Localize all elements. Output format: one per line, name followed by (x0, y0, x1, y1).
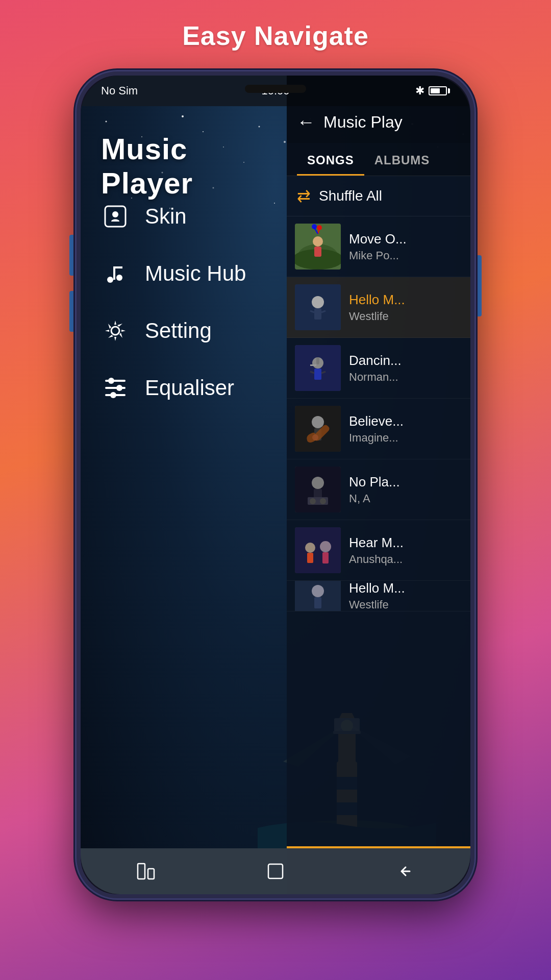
song-title-2: Hello M... (349, 292, 462, 308)
song-thumb-6 (295, 527, 341, 573)
svg-point-81 (320, 541, 331, 552)
battery-icon (429, 86, 450, 95)
svg-rect-57 (314, 308, 321, 320)
song-thumb-5 (295, 467, 341, 512)
status-bar-indicators: ✱ (415, 84, 450, 97)
song-info-2: Hello M... Westlife (349, 292, 462, 323)
song-thumb-3 (295, 345, 341, 391)
svg-point-39 (111, 327, 119, 335)
battery-tip (448, 88, 450, 93)
song-title-7: Hello M... (349, 581, 462, 596)
panel-title: Music Play (323, 113, 403, 132)
phone-device: No Sim 10:00 ✱ (77, 71, 474, 898)
song-thumb-7 (295, 581, 341, 611)
song-list: Move O... Mike Po... (287, 216, 470, 894)
song-item-4[interactable]: Believe... Imagine... (287, 399, 470, 459)
phone-screen: No Sim 10:00 ✱ (81, 76, 470, 894)
sidebar-menu: Skin Music Hub (81, 178, 300, 427)
song-artist-2: Westlife (349, 310, 462, 323)
song-info-3: Dancin... Norman... (349, 353, 462, 384)
svg-point-49 (313, 236, 323, 247)
battery-body (429, 86, 447, 95)
svg-point-77 (320, 498, 326, 504)
song-item-5[interactable]: No Pla... N, A (287, 459, 470, 520)
nav-back-button[interactable] (385, 856, 426, 887)
svg-rect-82 (322, 552, 329, 564)
sidebar-item-equaliser[interactable]: Equaliser (81, 359, 300, 416)
song-item-7[interactable]: Hello M... Westlife (287, 581, 470, 611)
volume-down-button (69, 291, 73, 332)
svg-rect-80 (307, 553, 313, 563)
bottom-nav (81, 848, 470, 894)
right-panel: ← Music Play SONGS ALBUMS ⇄ Shuffle All (287, 76, 470, 894)
svg-rect-78 (295, 527, 341, 573)
page-title: Easy Navigate (0, 0, 551, 66)
song-info-7: Hello M... Westlife (349, 581, 462, 611)
nav-recent-button[interactable] (125, 856, 166, 887)
svg-rect-38 (113, 266, 122, 268)
sidebar-item-skin[interactable]: Skin (81, 188, 300, 245)
setting-label: Setting (145, 318, 212, 343)
song-thumb-4 (295, 406, 341, 452)
sidebar-item-setting[interactable]: Setting (81, 302, 300, 359)
svg-point-34 (112, 211, 118, 217)
svg-rect-87 (148, 869, 154, 879)
tab-albums[interactable]: ALBUMS (364, 143, 440, 176)
song-title-3: Dancin... (349, 353, 462, 369)
svg-rect-50 (314, 247, 321, 257)
music-hub-label: Music Hub (145, 261, 246, 286)
svg-rect-88 (268, 864, 283, 878)
setting-icon (101, 316, 130, 345)
svg-rect-65 (310, 364, 316, 366)
speaker-notch (245, 85, 306, 93)
tab-songs[interactable]: SONGS (297, 143, 364, 176)
tab-bar: SONGS ALBUMS (287, 143, 470, 176)
equaliser-icon (101, 374, 130, 402)
svg-point-73 (312, 477, 324, 489)
svg-rect-63 (314, 369, 321, 380)
song-item-1[interactable]: Move O... Mike Po... (287, 216, 470, 277)
svg-point-76 (310, 498, 316, 504)
song-info-5: No Pla... N, A (349, 474, 462, 505)
status-bar-carrier: No Sim (101, 84, 138, 97)
skin-icon (101, 202, 130, 231)
power-button (478, 255, 482, 316)
phone-frame: No Sim 10:00 ✱ (77, 71, 474, 898)
svg-point-54 (312, 224, 317, 229)
song-info-1: Move O... Mike Po... (349, 231, 462, 262)
bluetooth-icon: ✱ (415, 84, 424, 97)
svg-point-41 (108, 378, 114, 384)
svg-point-71 (312, 434, 318, 440)
svg-point-35 (107, 277, 113, 283)
song-thumb-2 (295, 284, 341, 330)
svg-point-36 (116, 275, 122, 281)
song-title-6: Hear M... (349, 535, 462, 551)
song-artist-5: N, A (349, 492, 462, 505)
song-artist-1: Mike Po... (349, 249, 462, 262)
song-info-6: Hear M... Anushqa... (349, 535, 462, 566)
sidebar-item-music-hub[interactable]: Music Hub (81, 245, 300, 302)
svg-rect-64 (316, 357, 319, 364)
carrier-text: No Sim (101, 84, 138, 97)
svg-point-79 (305, 543, 315, 553)
song-thumb-1 (295, 224, 341, 270)
shuffle-label: Shuffle All (319, 188, 382, 204)
nav-home-button[interactable] (255, 856, 296, 887)
panel-back-button[interactable]: ← (297, 111, 315, 133)
shuffle-row[interactable]: ⇄ Shuffle All (287, 176, 470, 216)
song-artist-6: Anushqa... (349, 553, 462, 566)
svg-point-69 (312, 416, 324, 428)
svg-rect-86 (138, 864, 145, 879)
song-item-2[interactable]: Hello M... Westlife (287, 277, 470, 338)
skin-label: Skin (145, 204, 187, 229)
song-artist-4: Imagine... (349, 431, 462, 445)
svg-point-45 (110, 392, 116, 398)
song-item-3[interactable]: Dancin... Norman... (287, 338, 470, 399)
music-hub-icon (101, 259, 130, 288)
song-artist-3: Norman... (349, 371, 462, 384)
shuffle-icon: ⇄ (297, 186, 311, 206)
song-title-4: Believe... (349, 413, 462, 429)
song-title-1: Move O... (349, 231, 462, 247)
song-item-6[interactable]: Hear M... Anushqa... (287, 520, 470, 581)
svg-point-43 (116, 385, 122, 391)
